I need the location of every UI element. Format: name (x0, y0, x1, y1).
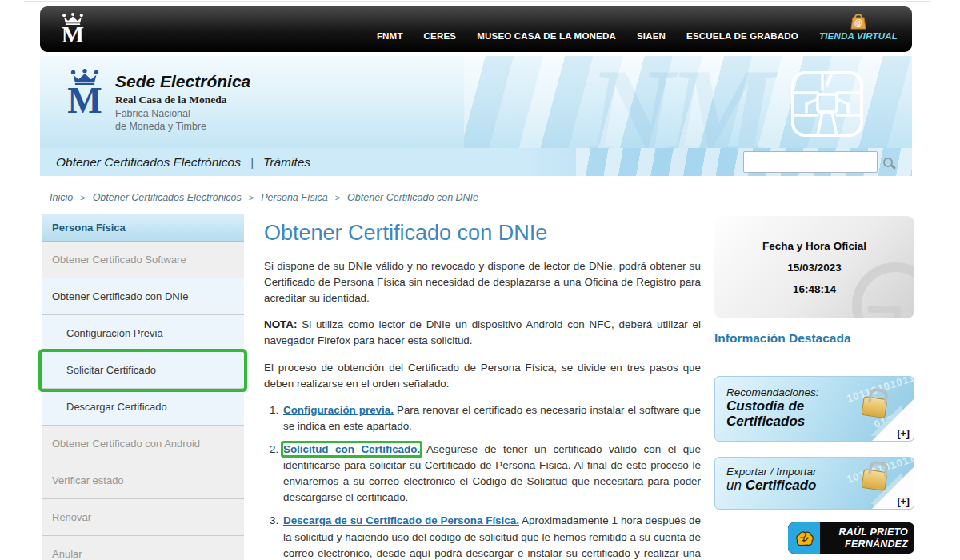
sidebar-item-certificado-dnie[interactable]: Obtener Certificado con DNIe (42, 278, 244, 315)
brain-circuit-icon (788, 522, 820, 554)
steps-list: Configuración previa. Para renovar el ce… (282, 402, 701, 560)
official-time: 16:48:14 (793, 283, 836, 295)
brand-text: Sede Electrónica Real Casa de la Moneda … (115, 69, 250, 133)
sidebar-item-descargar-certificado[interactable]: Descargar Certificado (42, 389, 244, 426)
page: M FNMT CERES MUSEO CASA DE LA MONEDA SIA… (0, 0, 960, 560)
featured-divider (714, 354, 914, 354)
search-input[interactable] (743, 151, 878, 173)
main-navbar: Obtener Certificados Electrónicos | Trám… (40, 148, 912, 176)
official-date: 15/03/2023 (787, 262, 842, 274)
site-title: Sede Electrónica (115, 72, 250, 91)
sidebar-item-solicitar-certificado[interactable]: Solicitar Certificado (42, 352, 244, 389)
sidebar-item-verificar-estado[interactable]: Verificar estado (42, 462, 244, 499)
fnmt-crown-logo-blue: M (66, 69, 104, 119)
sidebar-item-configuracion-previa[interactable]: Configuración Previa (42, 315, 244, 352)
breadcrumb: Inicio > Obtener Certificados Electrónic… (50, 192, 478, 203)
datetime-title: Fecha y Hora Oficial (762, 240, 866, 252)
padlock-icon (861, 469, 887, 491)
nav-tramites[interactable]: Trámites (263, 155, 310, 170)
topnav-escuela[interactable]: ESCUELA DE GRABADO (686, 31, 798, 41)
sidebar-item-renovar[interactable]: Renovar (42, 499, 244, 536)
topnav-museo[interactable]: MUSEO CASA DE LA MONEDA (477, 31, 616, 41)
topnav-fnmt[interactable]: FNMT (377, 31, 403, 41)
breadcrumb-current: Obtener Certificado con DNIe (347, 192, 478, 203)
sidebar-header-persona-fisica: Persona Física (42, 214, 244, 242)
featured-info-title: Información Destacada (714, 331, 914, 346)
green-highlight-box: Solicitud con Certificado. (283, 443, 420, 455)
search-icon[interactable] (883, 158, 893, 167)
padlock-icon (861, 396, 887, 418)
link-solicitud-con-certificado[interactable]: Solicitud con Certificado. (283, 443, 420, 455)
nav-separator: | (250, 155, 254, 170)
topnav-siaen[interactable]: SIAEN (637, 31, 666, 41)
brand-subtitle-1: Real Casa de la Moneda (115, 94, 250, 106)
svg-text:@: @ (854, 18, 862, 27)
breadcrumb-certificados[interactable]: Obtener Certificados Electrónicos (93, 192, 242, 203)
link-configuracion-previa[interactable]: Configuración previa. (283, 404, 394, 416)
process-paragraph: El proceso de obtención del Certificado … (264, 360, 701, 392)
official-datetime-box: Fecha y Hora Oficial 15/03/2023 16:48:14 (714, 216, 914, 318)
step-1: Configuración previa. Para renovar el ce… (282, 402, 701, 434)
smartcard-chip-icon (790, 70, 864, 138)
intro-paragraph: Si dispone de su DNIe válido y no revoca… (264, 258, 701, 306)
step-3: Descarga de su Certificado de Persona Fí… (282, 513, 701, 560)
breadcrumb-persona-fisica[interactable]: Persona Física (261, 192, 327, 203)
breadcrumb-inicio[interactable]: Inicio (50, 192, 73, 203)
site-header: NM M Sede Electrónica Real Casa de la Mo… (40, 56, 912, 148)
shopping-bag-icon: @ (850, 11, 867, 30)
navbar-links: Obtener Certificados Electrónicos | Trám… (56, 155, 310, 170)
link-descarga-certificado[interactable]: Descarga de su Certificado de Persona Fí… (283, 514, 519, 526)
promo1-more-link[interactable]: [+] (897, 428, 910, 439)
banner-exportar-importar[interactable]: 1011010101101 0101101011 Exportar / Impo… (714, 457, 914, 510)
topnav-tienda-virtual[interactable]: @ TIENDA VIRTUAL (819, 11, 898, 41)
brand-subtitle-2: Fábrica Nacionalde Moneda y Timbre (115, 108, 250, 133)
top-black-bar: M FNMT CERES MUSEO CASA DE LA MONEDA SIA… (40, 6, 912, 52)
tienda-virtual-label[interactable]: TIENDA VIRTUAL (819, 31, 898, 41)
banner-custodia-certificados[interactable]: 1011010101101 0101101011 Recomendaciones… (714, 376, 914, 442)
sidebar-item-certificado-android[interactable]: Obtener Certificado con Android (42, 426, 244, 462)
step-2: Solicitud con Certificado. Asegúrese de … (282, 442, 701, 506)
nav-obtener-certificados[interactable]: Obtener Certificados Electrónicos (56, 155, 241, 170)
top-navigation: FNMT CERES MUSEO CASA DE LA MONEDA SIAEN… (377, 16, 898, 42)
clock-icon (852, 262, 914, 318)
fnmt-crown-logo-white[interactable]: M (59, 13, 86, 46)
sidebar-item-anular[interactable]: Anular (42, 536, 244, 560)
top-divider (24, 1, 930, 2)
topnav-ceres[interactable]: CERES (424, 31, 457, 41)
promo2-more-link[interactable]: [+] (897, 496, 910, 507)
right-sidebar: Fecha y Hora Oficial 15/03/2023 16:48:14… (714, 216, 914, 554)
sidebar-item-certificado-software[interactable]: Obtener Certificado Software (42, 242, 244, 278)
brand-block[interactable]: M Sede Electrónica Real Casa de la Moned… (66, 69, 250, 133)
search-area (743, 151, 893, 173)
m-letter: M (62, 22, 84, 46)
left-sidebar: Persona Física Obtener Certificado Softw… (42, 214, 244, 560)
raul-prieto-badge[interactable]: RAÚL PRIETOFERNÁNDEZ (788, 522, 914, 554)
badge-text: RAÚL PRIETOFERNÁNDEZ (820, 526, 914, 550)
page-title: Obtener Certificado con DNIe (264, 221, 701, 246)
main-content: Obtener Certificado con DNIe Si dispone … (264, 214, 701, 560)
nota-paragraph: NOTA: Si utiliza como lector de DNIe un … (264, 317, 701, 349)
m-letter: M (67, 82, 102, 119)
